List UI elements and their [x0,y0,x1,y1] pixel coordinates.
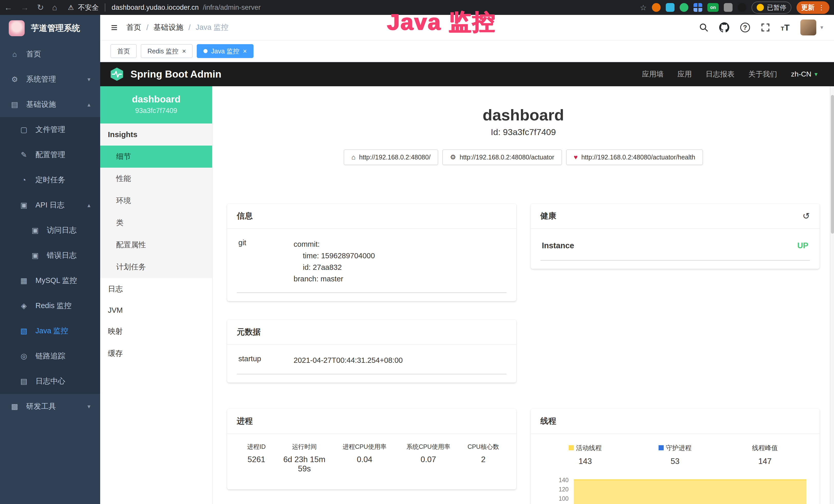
history-icon[interactable]: ↺ [803,211,810,221]
sba-instance-name: dashboard [100,94,212,105]
url-path: /infra/admin-server [203,4,261,12]
sba-nav-about[interactable]: 关于我们 [748,69,777,79]
browser-home-button[interactable]: ⌂ [52,3,57,12]
forward-button[interactable]: → [21,3,29,12]
user-avatar[interactable] [800,20,816,36]
sidebar-item-label: 访问日志 [47,225,76,235]
collapse-menu-icon[interactable]: ≡ [111,21,118,34]
process-col-system-cpu: 系统CPU使用率 0.07 [397,443,460,474]
sba-item-metrics[interactable]: 性能 [100,168,212,190]
extension-icon-2[interactable] [666,3,675,12]
search-icon[interactable] [699,23,708,32]
config-icon: ✎ [19,151,29,159]
tab-java-monitor[interactable]: Java 监控 × [197,44,254,58]
sidebar-item-dev-tools[interactable]: ▩ 研发工具 ▾ [0,394,100,419]
update-button[interactable]: 更新 ⋮ [796,1,829,14]
help-icon[interactable]: ? [740,23,750,32]
extension-icon-3[interactable] [680,3,688,12]
home-icon: ⌂ [351,153,355,161]
process-col-process-cpu: 进程CPU使用率 0.04 [333,443,396,474]
extension-icon-1[interactable] [652,3,661,12]
threads-chart: 140 120 100 [548,477,808,504]
sba-nav-applications[interactable]: 应用 [678,69,692,79]
extension-icon-5[interactable] [724,3,732,12]
sidebar-item-home[interactable]: ⌂ 首页 [0,42,100,67]
breadcrumb-home[interactable]: 首页 [126,22,141,32]
breadcrumb-infra[interactable]: 基础设施 [154,22,183,32]
sidebar-item-api-log[interactable]: ▣ API 日志 ▴ [0,192,100,218]
infrastructure-icon: ▤ [10,100,20,109]
link-service-url[interactable]: ⌂ http://192.168.0.2:48080/ [344,150,438,165]
locale-selector[interactable]: zh-CN ▾ [791,70,817,78]
header-actions: ? TT ▾ [699,20,823,36]
github-icon[interactable] [719,22,729,32]
metadata-startup-row: startup 2021-04-27T00:44:31.254+08:00 [237,347,506,374]
sidebar-item-label: API 日志 [36,200,64,210]
paused-badge[interactable]: 已暂停 [751,2,791,14]
sba-nav-journal[interactable]: 日志报表 [706,69,734,79]
close-icon[interactable]: × [243,48,247,54]
sidebar-item-java-monitor[interactable]: ▧ Java 监控 [0,318,100,344]
fullscreen-icon[interactable] [761,23,770,32]
font-size-icon[interactable]: TT [781,23,790,32]
sidebar-item-config-manage[interactable]: ✎ 配置管理 [0,142,100,167]
tab-redis-monitor[interactable]: Redis 监控 × [141,44,193,58]
extension-icon-4[interactable] [694,3,702,12]
scrollbar-thumb[interactable] [831,95,834,234]
update-label: 更新 [801,3,814,12]
log-center-icon: ▤ [19,377,29,386]
address-bar[interactable]: ⚠ 不安全 dashboard.yudao.iocoder.cn /infra/… [68,3,261,12]
info-card-title: 信息 [227,204,516,229]
sba-item-caches[interactable]: 缓存 [100,343,212,365]
sidebar-item-label: Java 监控 [36,326,68,336]
sba-item-logs[interactable]: 日志 [100,278,212,300]
sidebar-item-trace[interactable]: ◎ 链路追踪 [0,344,100,369]
sidebar-item-log-center[interactable]: ▤ 日志中心 [0,369,100,394]
sba-instance-header[interactable]: dashboard 93a3fc7f7409 [100,86,212,123]
sba-nav-wall[interactable]: 应用墙 [642,69,664,79]
sba-item-jvm[interactable]: JVM [100,300,212,320]
back-button[interactable]: ← [4,3,12,12]
timer-icon: ◔ [19,176,29,184]
close-icon[interactable]: × [182,48,186,54]
y-tick-100: 100 [548,495,569,502]
sidebar-item-system[interactable]: ⚙ 系统管理 ▾ [0,67,100,92]
sidebar-item-redis-monitor[interactable]: ◈ Redis 监控 [0,293,100,318]
extension-icon-on-badge[interactable]: on [707,3,719,12]
wrench-icon: ⚙ [450,153,456,161]
sba-item-classes[interactable]: 类 [100,212,212,234]
tab-home[interactable]: 首页 [110,44,137,58]
link-actuator-url[interactable]: ⚙ http://192.168.0.2:48080/actuator [442,150,562,165]
link-health-url[interactable]: ♥ http://192.168.0.2:48080/actuator/heal… [566,150,703,165]
sidebar-item-access-log[interactable]: ▣ 访问日志 [0,218,100,243]
browser-menu-icon[interactable]: ⋮ [818,4,825,12]
sidebar-item-file-manage[interactable]: ▢ 文件管理 [0,117,100,142]
y-tick-120: 120 [548,486,569,493]
bookmark-star-icon[interactable]: ☆ [640,3,647,12]
sidebar-item-error-log[interactable]: ▣ 错误日志 [0,243,100,268]
cards-row-2: 进程 进程ID 5261 运行时间 [227,409,820,504]
info-git-label: git [238,238,293,285]
info-card: 信息 git commit: time: 1596289704000 id: 2… [227,204,516,301]
sba-sidebar: dashboard 93a3fc7f7409 Insights 细节 性能 环境… [100,86,213,504]
extension-icon-6[interactable] [738,3,746,12]
legend-daemon-threads: 守护进程 53 [630,444,720,466]
sba-item-scheduled-tasks[interactable]: 计划任务 [100,256,212,278]
warning-icon: ⚠ [68,4,74,12]
sba-item-details[interactable]: 细节 [100,145,212,168]
sidebar-item-mysql-monitor[interactable]: ▦ MySQL 监控 [0,268,100,293]
cards-row-1: 信息 git commit: time: 1596289704000 id: 2… [227,204,820,401]
reload-button[interactable]: ↻ [37,3,44,12]
sidebar-item-scheduled-tasks[interactable]: ◔ 定时任务 [0,167,100,192]
sidebar-item-label: 基础设施 [26,99,56,110]
sba-navbar: Spring Boot Admin 应用墙 应用 日志报表 关于我们 zh-CN… [100,62,834,86]
app-logo: 芋道管理系统 [0,15,100,42]
redis-icon: ◈ [19,301,29,310]
tab-bar: 首页 Redis 监控 × Java 监控 × [100,41,834,62]
sba-item-config-props[interactable]: 配置属性 [100,234,212,256]
sidebar-item-infrastructure[interactable]: ▤ 基础设施 ▴ [0,92,100,117]
sba-item-mappings[interactable]: 映射 [100,320,212,343]
sba-nav-links: 应用墙 应用 日志报表 关于我们 zh-CN ▾ [642,69,825,79]
gear-icon: ⚙ [10,75,20,84]
sba-item-environment[interactable]: 环境 [100,190,212,212]
